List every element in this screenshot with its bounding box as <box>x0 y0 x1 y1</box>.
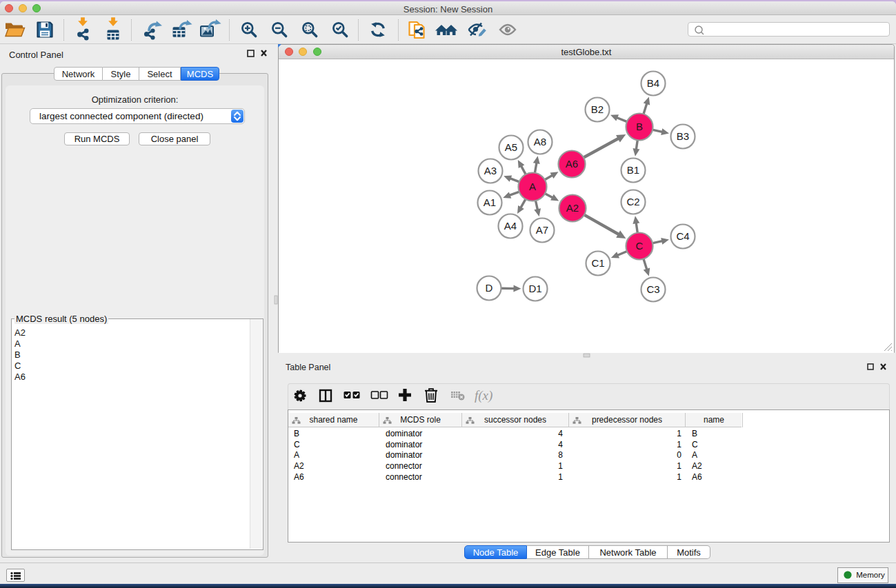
svg-text:D1: D1 <box>528 283 541 294</box>
svg-text:A7: A7 <box>536 224 548 236</box>
svg-text:A1: A1 <box>484 196 496 208</box>
svg-text:C: C <box>636 240 644 252</box>
svg-text:A5: A5 <box>505 141 517 153</box>
svg-text:B2: B2 <box>591 103 604 115</box>
svg-text:C3: C3 <box>646 283 659 295</box>
svg-text:A6: A6 <box>566 158 578 170</box>
svg-text:D: D <box>486 282 493 294</box>
svg-text:B4: B4 <box>647 77 659 89</box>
svg-text:B1: B1 <box>627 164 639 176</box>
svg-text:A4: A4 <box>504 220 517 232</box>
svg-text:A: A <box>529 181 536 192</box>
svg-text:f(x): f(x) <box>475 388 492 403</box>
svg-text:C2: C2 <box>626 196 639 207</box>
svg-text:A8: A8 <box>534 136 546 148</box>
svg-text:A2: A2 <box>566 202 579 214</box>
svg-text:C1: C1 <box>591 257 604 269</box>
svg-text:C4: C4 <box>676 230 689 242</box>
svg-text:B3: B3 <box>677 130 689 142</box>
svg-text:B: B <box>636 121 643 132</box>
svg-text:A3: A3 <box>484 165 497 176</box>
